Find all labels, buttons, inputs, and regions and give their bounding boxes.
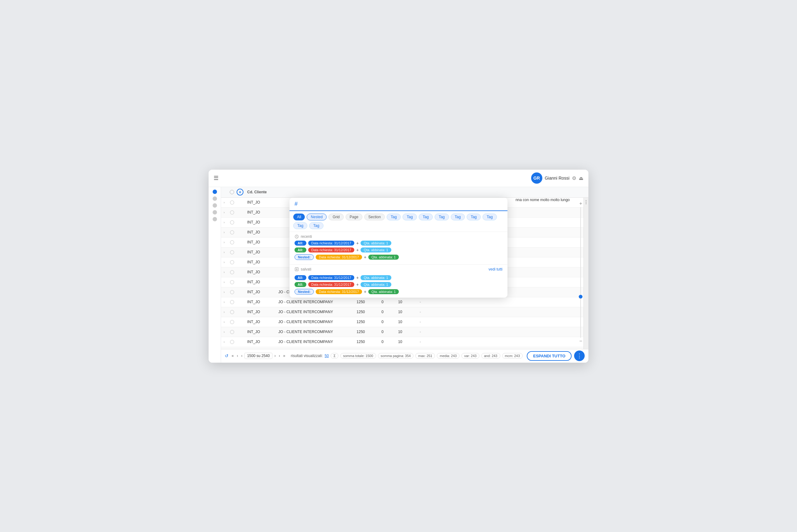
filter-row[interactable]: All: Data richiesta: 31/12/2017 + Qta. a… xyxy=(295,241,502,246)
badge-label: Nested: xyxy=(295,289,314,294)
row-check[interactable] xyxy=(227,320,236,324)
nav-first-btn[interactable]: « xyxy=(230,353,235,359)
filter-tab-tag[interactable]: Tag xyxy=(482,213,497,221)
logout-icon[interactable]: ⏏ xyxy=(579,175,584,181)
row-chevron-icon[interactable]: › xyxy=(221,340,227,344)
row-chevron-icon[interactable]: › xyxy=(221,300,227,304)
row-check[interactable] xyxy=(227,260,236,264)
filter-tab-tag[interactable]: Tag xyxy=(387,213,401,221)
sidebar-dot-1[interactable] xyxy=(213,196,217,201)
nav-last-btn[interactable]: » xyxy=(282,353,286,359)
badge-label: All: xyxy=(295,275,306,280)
sidebar-dot-4[interactable] xyxy=(213,217,217,221)
filter-tab-nested[interactable]: Nested xyxy=(307,213,327,221)
filter-tab-tag[interactable]: Tag xyxy=(467,213,481,221)
row-chevron-icon[interactable]: › xyxy=(221,231,227,234)
row-check[interactable] xyxy=(227,300,236,304)
espandi-button[interactable]: ESPANDI TUTTO xyxy=(527,351,572,361)
hamburger-icon[interactable]: ☰ xyxy=(213,175,219,182)
col-add-header[interactable]: + xyxy=(236,189,246,195)
popup-search-input[interactable] xyxy=(300,201,502,207)
gear-icon[interactable]: ⚙ xyxy=(572,175,576,181)
row-chevron-icon[interactable]: › xyxy=(221,251,227,254)
vedi-tutti-link[interactable]: vedi tutti xyxy=(489,267,502,271)
filter-tab-all[interactable]: All xyxy=(293,213,305,221)
sigma-pill[interactable]: Σ xyxy=(330,353,338,359)
recenti-section: recenti All: Data richiesta: 31/12/2017 … xyxy=(289,232,508,263)
nav-prev-prev-btn[interactable]: ‹ xyxy=(236,353,240,359)
row-n3: 10 xyxy=(386,320,405,324)
right-scrollbar[interactable] xyxy=(584,198,588,349)
row-cd: INT_JO xyxy=(246,220,277,225)
row-n4: - xyxy=(405,300,423,304)
filter-row[interactable]: Nested: Data richiesta: 31/12/2017 + Qta… xyxy=(295,254,502,260)
recenti-rows: All: Data richiesta: 31/12/2017 + Qta. a… xyxy=(295,241,502,260)
row-chevron-icon[interactable]: › xyxy=(221,290,227,294)
row-chevron-icon[interactable]: › xyxy=(221,221,227,224)
refresh-icon[interactable]: ↺ xyxy=(225,353,229,358)
row-chevron-icon[interactable]: › xyxy=(221,211,227,214)
filter-row[interactable]: All: Data richiesta: 31/12/2017 + Qta. a… xyxy=(295,247,502,252)
row-chevron-icon[interactable]: › xyxy=(221,261,227,264)
sidebar-dot-2[interactable] xyxy=(213,203,217,208)
add-circle-btn[interactable]: + xyxy=(236,189,244,195)
slider-plus-icon[interactable]: + xyxy=(580,201,582,206)
row-check[interactable] xyxy=(227,221,236,225)
slider-track[interactable] xyxy=(580,207,581,338)
slider-minus-icon[interactable]: − xyxy=(580,338,582,344)
risultati-count[interactable]: 50 xyxy=(325,354,329,358)
row-cd: INT_JO xyxy=(246,200,277,205)
row-cd: INT_JO xyxy=(246,260,277,264)
table-header: + Cd. Cliente xyxy=(221,187,588,198)
filter-tab-tag[interactable]: Tag xyxy=(293,222,307,229)
body-layout: nna con nome molto molto lungo + Cd. Cli… xyxy=(209,187,588,363)
filter-tabs: AllNestedGridPageSectionTagTagTagTagTagT… xyxy=(289,211,508,232)
qty-tag: Qta. abbinata: 1 xyxy=(361,241,391,246)
row-cd: INT_JO xyxy=(246,290,277,294)
qty-tag: Qta. abbinata: 1 xyxy=(361,247,391,252)
salvati-section: All: Data richiesta: 31/12/2017 + Qta. a… xyxy=(289,273,508,298)
filter-tab-section[interactable]: Section xyxy=(364,213,385,221)
filter-tab-tag[interactable]: Tag xyxy=(402,213,417,221)
row-check[interactable] xyxy=(227,330,236,334)
nav-next-btn[interactable]: › xyxy=(273,353,277,359)
filter-row[interactable]: All: Data richiesta: 31/12/2017 + Qta. a… xyxy=(295,275,502,280)
row-check[interactable] xyxy=(227,310,236,314)
nav-next-next-btn[interactable]: › xyxy=(278,353,281,359)
row-check[interactable] xyxy=(227,290,236,294)
row-check[interactable] xyxy=(227,240,236,244)
row-check[interactable] xyxy=(227,250,236,254)
row-cd: INT_JO xyxy=(246,300,277,304)
row-chevron-icon[interactable]: › xyxy=(221,241,227,244)
row-chevron-icon[interactable]: › xyxy=(221,330,227,334)
row-check[interactable] xyxy=(227,210,236,214)
row-check[interactable] xyxy=(227,340,236,344)
sidebar-dot-active[interactable] xyxy=(213,190,217,194)
row-chevron-icon[interactable]: › xyxy=(221,201,227,204)
avatar[interactable]: GR xyxy=(531,172,542,184)
filter-tab-tag[interactable]: Tag xyxy=(309,222,323,229)
row-check[interactable] xyxy=(227,270,236,274)
row-chevron-icon[interactable]: › xyxy=(221,281,227,284)
nav-prev-btn[interactable]: ‹ xyxy=(240,353,244,359)
row-chevron-icon[interactable]: › xyxy=(221,270,227,274)
filter-row[interactable]: Nested: Data richiesta: 31/12/2017 + Qta… xyxy=(295,289,502,294)
row-check[interactable] xyxy=(227,280,236,284)
sidebar-dot-3[interactable] xyxy=(213,210,217,214)
row-n1: 1250 xyxy=(346,310,367,314)
filter-tab-tag[interactable]: Tag xyxy=(451,213,465,221)
filter-row[interactable]: All: Data richiesta: 31/12/2017 + Qta. a… xyxy=(295,282,502,287)
filter-tab-grid[interactable]: Grid xyxy=(328,213,344,221)
var-pill: var: 243 xyxy=(461,353,479,359)
row-check[interactable] xyxy=(227,230,236,234)
mcm-pill: mcm: 243 xyxy=(502,353,523,359)
slider-thumb[interactable] xyxy=(579,295,583,299)
filter-tab-page[interactable]: Page xyxy=(346,213,362,221)
filter-tab-tag[interactable]: Tag xyxy=(419,213,433,221)
date-tag: Data richiesta: 31/12/2017 xyxy=(308,241,354,246)
row-check[interactable] xyxy=(227,201,236,205)
row-chevron-icon[interactable]: › xyxy=(221,320,227,324)
more-options-button[interactable]: ⋮ xyxy=(574,350,585,361)
filter-tab-tag[interactable]: Tag xyxy=(435,213,449,221)
row-chevron-icon[interactable]: › xyxy=(221,310,227,314)
